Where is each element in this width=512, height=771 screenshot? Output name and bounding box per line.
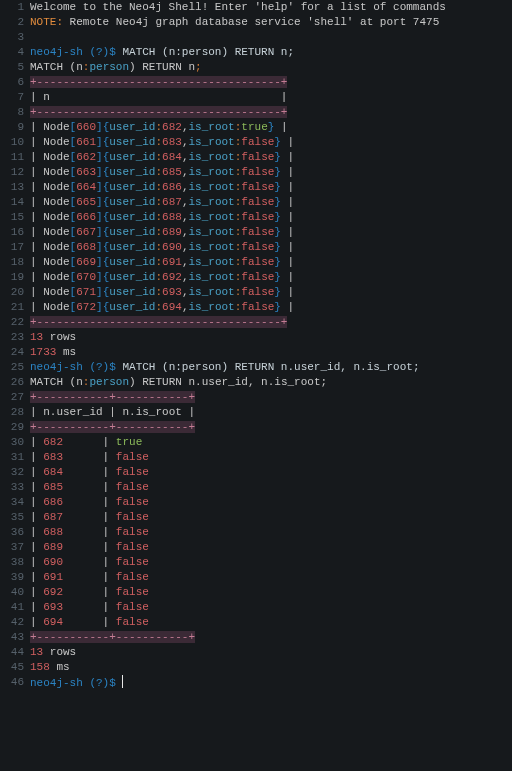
terminal-line: neo4j-sh (?)$ MATCH (n:person) RETURN n; xyxy=(30,45,508,60)
root-val: false xyxy=(116,571,149,583)
terminal-line: | 688 | false xyxy=(30,525,508,540)
terminal-line: | 687 | false xyxy=(30,510,508,525)
root-val: false xyxy=(241,136,274,148)
node-word: Node xyxy=(43,166,69,178)
uid-val: 685 xyxy=(162,166,182,178)
line-number: 36 xyxy=(0,525,24,540)
terminal-line: neo4j-sh (?)$ xyxy=(30,675,508,690)
line-number: 43 xyxy=(0,630,24,645)
line-number: 12 xyxy=(0,165,24,180)
uid-val: 682 xyxy=(43,436,63,448)
shell-prompt: neo4j-sh (?)$ xyxy=(30,361,116,373)
line-number: 2 xyxy=(0,15,24,30)
terminal-line: | Node[660]{user_id:682,is_root:true} | xyxy=(30,120,508,135)
uid-val: 687 xyxy=(162,196,182,208)
root-key: is_root xyxy=(189,166,235,178)
terminal-line: | n | xyxy=(30,90,508,105)
terminal-output[interactable]: Welcome to the Neo4j Shell! Enter 'help'… xyxy=(30,0,512,690)
uid-val: 691 xyxy=(43,571,63,583)
uid-val: 683 xyxy=(43,451,63,463)
root-val: false xyxy=(116,481,149,493)
terminal-line xyxy=(30,30,508,45)
terminal-line: | n.user_id | n.is_root | xyxy=(30,405,508,420)
terminal-line: 13 rows xyxy=(30,330,508,345)
root-val: false xyxy=(116,556,149,568)
node-id: 669 xyxy=(76,256,96,268)
shell-prompt: neo4j-sh (?)$ xyxy=(30,677,116,689)
root-key: is_root xyxy=(189,241,235,253)
line-number: 23 xyxy=(0,330,24,345)
root-key: is_root xyxy=(189,271,235,283)
line-number: 1 xyxy=(0,0,24,15)
terminal-line: | 690 | false xyxy=(30,555,508,570)
node-id: 665 xyxy=(76,196,96,208)
root-val: false xyxy=(116,541,149,553)
root-val: false xyxy=(116,601,149,613)
line-number: 24 xyxy=(0,345,24,360)
line-number: 30 xyxy=(0,435,24,450)
terminal-line: | Node[672]{user_id:694,is_root:false} | xyxy=(30,300,508,315)
root-key: is_root xyxy=(189,196,235,208)
node-word: Node xyxy=(43,241,69,253)
root-val: false xyxy=(116,526,149,538)
uid-key: user_id xyxy=(109,226,155,238)
terminal-line: +-------------------------------------+ xyxy=(30,315,508,330)
line-number: 3 xyxy=(0,30,24,45)
uid-val: 687 xyxy=(43,511,63,523)
rows-count-1: 13 xyxy=(30,331,43,343)
line-number: 4 xyxy=(0,45,24,60)
node-id: 671 xyxy=(76,286,96,298)
root-val: false xyxy=(241,226,274,238)
terminal-line: | Node[665]{user_id:687,is_root:false} | xyxy=(30,195,508,210)
line-gutter: 1234567891011121314151617181920212223242… xyxy=(0,0,30,690)
line-number: 22 xyxy=(0,315,24,330)
terminal-line: 158 ms xyxy=(30,660,508,675)
node-id: 667 xyxy=(76,226,96,238)
uid-val: 694 xyxy=(162,301,182,313)
terminal-editor[interactable]: 1234567891011121314151617181920212223242… xyxy=(0,0,512,690)
line-number: 41 xyxy=(0,600,24,615)
root-key: is_root xyxy=(189,136,235,148)
terminal-line: | 683 | false xyxy=(30,450,508,465)
line-number: 27 xyxy=(0,390,24,405)
uid-val: 686 xyxy=(162,181,182,193)
line-number: 15 xyxy=(0,210,24,225)
rows-count-2: 13 xyxy=(30,646,43,658)
terminal-line: +-----------+-----------+ xyxy=(30,390,508,405)
uid-key: user_id xyxy=(109,286,155,298)
terminal-line: | 693 | false xyxy=(30,600,508,615)
terminal-line: NOTE: Remote Neo4j graph database servic… xyxy=(30,15,508,30)
uid-key: user_id xyxy=(109,136,155,148)
uid-key: user_id xyxy=(109,241,155,253)
line-number: 8 xyxy=(0,105,24,120)
terminal-line: +-----------+-----------+ xyxy=(30,630,508,645)
node-word: Node xyxy=(43,196,69,208)
uid-val: 686 xyxy=(43,496,63,508)
line-number: 32 xyxy=(0,465,24,480)
terminal-line: | Node[669]{user_id:691,is_root:false} | xyxy=(30,255,508,270)
node-word: Node xyxy=(43,301,69,313)
node-word: Node xyxy=(43,136,69,148)
uid-key: user_id xyxy=(109,301,155,313)
line-number: 5 xyxy=(0,60,24,75)
command-1: MATCH (n:person) RETURN n; xyxy=(116,46,294,58)
uid-key: user_id xyxy=(109,181,155,193)
command-2: MATCH (n:person) RETURN n.user_id, n.is_… xyxy=(116,361,420,373)
line-number: 40 xyxy=(0,585,24,600)
root-val: false xyxy=(241,166,274,178)
terminal-line: | Node[670]{user_id:692,is_root:false} | xyxy=(30,270,508,285)
root-val: false xyxy=(116,511,149,523)
terminal-line: | Node[664]{user_id:686,is_root:false} | xyxy=(30,180,508,195)
line-number: 42 xyxy=(0,615,24,630)
node-id: 660 xyxy=(76,121,96,133)
terminal-line: 13 rows xyxy=(30,645,508,660)
node-word: Node xyxy=(43,151,69,163)
uid-val: 684 xyxy=(43,466,63,478)
line-number: 9 xyxy=(0,120,24,135)
node-word: Node xyxy=(43,286,69,298)
root-val: false xyxy=(116,451,149,463)
line-number: 17 xyxy=(0,240,24,255)
uid-val: 682 xyxy=(162,121,182,133)
uid-val: 691 xyxy=(162,256,182,268)
root-key: is_root xyxy=(189,256,235,268)
